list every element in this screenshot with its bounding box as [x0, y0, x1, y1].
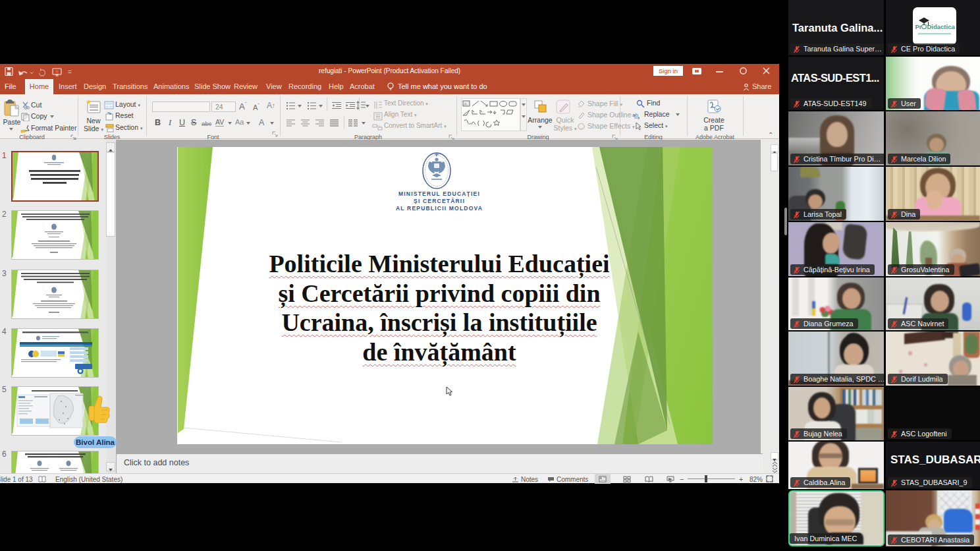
- svg-text:ab: ab: [632, 112, 638, 118]
- svg-text:=: =: [68, 69, 72, 76]
- svg-text:A: A: [464, 102, 467, 106]
- svg-text:Didactica: Didactica: [927, 23, 956, 30]
- svg-text:Pr: Pr: [915, 23, 922, 30]
